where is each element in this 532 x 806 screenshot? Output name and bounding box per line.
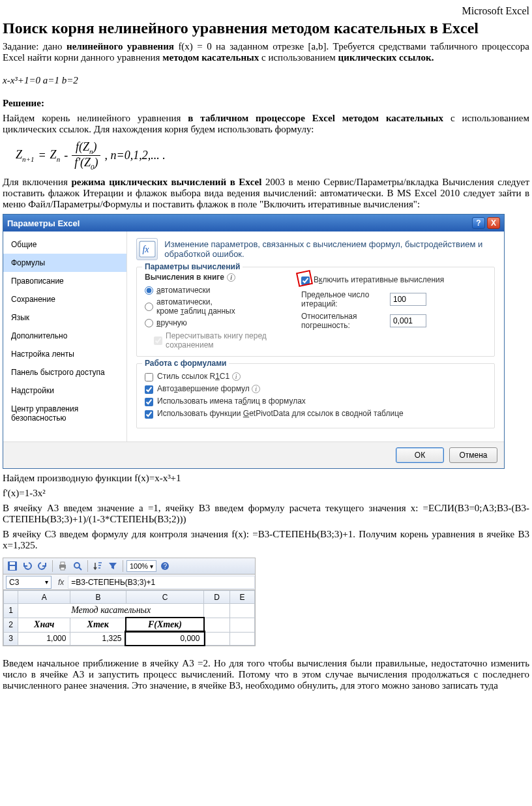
chk-autocomplete[interactable]: Автозавершение формул i [145,384,486,394]
sort-icon[interactable] [91,560,104,573]
eps-input[interactable] [390,314,426,327]
sidebar-item-trustcenter[interactable]: Центр управления безопасностью [3,400,126,427]
svg-line-9 [79,567,81,570]
info-icon[interactable]: i [227,273,235,282]
filter-icon[interactable] [106,560,119,573]
bottom-paragraph: Введем начальное приближение в ячейку А3… [3,658,529,691]
cell-title[interactable]: Метод касательных [18,604,204,618]
svg-rect-7 [61,567,65,570]
text-sub: n+1 [22,155,34,162]
row-header-3[interactable]: 3 [4,632,18,645]
undo-icon[interactable] [21,560,34,573]
excel-worksheet: 100% ▾ ? C3 ▾ fx =B3-СТЕПЕНЬ(B3;3)+1 A B… [3,558,256,646]
formula-input[interactable]: =B3-СТЕПЕНЬ(B3;3)+1 [68,576,255,589]
col-header-d[interactable]: D [204,591,229,604]
dialog-footer: ОК Отмена [3,441,504,468]
save-icon[interactable] [6,560,19,573]
checkbox-input[interactable] [301,276,310,285]
sidebar-item-ribbon[interactable]: Настройка ленты [3,345,126,363]
radio-auto-except-tables[interactable]: автоматически,кроме таблиц данных [145,297,282,316]
text: - [64,149,68,162]
radio-auto[interactable]: автоматически [145,286,282,295]
dialog-title: Параметры Excel [7,218,80,228]
corner-cell[interactable] [4,591,18,604]
radio-manual[interactable]: вручную [145,318,282,327]
cell-d3[interactable] [204,632,229,645]
checkbox-input[interactable] [145,410,153,419]
close-button[interactable]: X [487,217,500,229]
cell-head-b[interactable]: Хтек [70,618,126,632]
chk-r1c1[interactable]: Стиль ссылок R1C1 i [145,372,486,381]
cell-e3[interactable] [229,632,254,645]
cell-head-a[interactable]: Хнач [18,618,70,632]
svg-point-8 [74,563,80,568]
sidebar-item-addins[interactable]: Надстройки [3,381,126,400]
radio-input[interactable] [145,303,153,311]
row-header-1[interactable]: 1 [4,604,18,618]
text: Z [16,148,22,161]
sidebar-item-language[interactable]: Язык [3,308,126,327]
cell-b3[interactable]: 1,325 [70,632,126,645]
cell-d2[interactable] [204,618,229,632]
svg-rect-6 [61,562,65,565]
sidebar-item-spellcheck[interactable]: Правописание [3,272,126,290]
sidebar-item-quickaccess[interactable]: Панель быстрого доступа [3,363,126,381]
print-icon[interactable] [56,560,69,573]
label: Вычисления в книге [145,273,224,282]
checkbox-input[interactable] [145,398,153,406]
fx-label[interactable]: fx [54,578,68,587]
enable-iterative-row[interactable]: Включить итеративные вычисления [301,275,486,287]
text: f'(Z [74,156,91,169]
col-header-e[interactable]: E [229,591,254,604]
text-bold: режима циклических вычислений в Excel [71,177,261,187]
info-icon[interactable]: i [252,385,260,393]
col-header-c[interactable]: C [126,591,204,604]
chk-table-names[interactable]: Использовать имена таблиц в формулах [145,396,486,406]
sidebar-item-advanced[interactable]: Дополнительно [3,327,126,345]
cell-head-c[interactable]: F(Хтек) [126,618,204,632]
cell-e2[interactable] [229,618,254,632]
name-box[interactable]: C3 ▾ [6,576,52,589]
help-icon[interactable]: ? [158,560,171,573]
sidebar-item-formulas[interactable]: Формулы [3,254,126,272]
derivative-p1: Найдем производную функции f(x)=x-x³+1 [3,473,529,484]
text-bold: нелинейного уравнения [66,41,174,52]
label: Включить итеративные вычисления [314,275,444,284]
preview-icon[interactable] [71,560,84,573]
group-legend: Работа с формулами [142,359,229,368]
solution-paragraph: Найдем корень нелинейного уравнения в та… [3,113,529,135]
checkbox-input[interactable] [145,373,153,381]
cell-d1[interactable] [204,604,229,618]
cell-c3[interactable]: 0,000 [126,632,204,645]
col-header-b[interactable]: B [70,591,126,604]
radio-input[interactable] [145,319,153,327]
solution-label: Решение: [3,98,529,109]
text-sub: n [57,155,61,162]
checkbox-input[interactable] [145,385,153,394]
text: ) [93,140,97,153]
sidebar-item-save[interactable]: Сохранение [3,290,126,308]
sidebar-item-general[interactable]: Общие [3,235,126,254]
redo-icon[interactable] [36,560,49,573]
radio-input[interactable] [145,286,153,295]
cancel-button[interactable]: Отмена [449,447,497,463]
svg-text:?: ? [164,563,168,570]
help-button[interactable]: ? [472,217,485,229]
ok-button[interactable]: ОК [396,447,444,463]
text: Найдем корень нелинейного уравнения [3,113,188,123]
eps-label: Относительная погрешность: [301,312,386,330]
cell-a3[interactable]: 1,000 [18,632,70,645]
row-header-2[interactable]: 2 [4,618,18,632]
cell-e1[interactable] [229,604,254,618]
chevron-down-icon: ▾ [150,563,153,570]
chk-getpivotdata[interactable]: Использовать функции GetPivotData для сс… [145,409,486,419]
zoom-dropdown[interactable]: 100% ▾ [126,560,156,572]
text: ) [94,156,98,169]
zoom-value: 100% [130,562,148,570]
info-icon[interactable]: i [232,372,241,381]
svg-text:fx: fx [142,245,149,255]
text-bold: методом касательных [162,52,259,63]
text-bold: циклических ссылок. [338,52,434,63]
max-iter-input[interactable] [390,293,426,306]
col-header-a[interactable]: A [18,591,70,604]
